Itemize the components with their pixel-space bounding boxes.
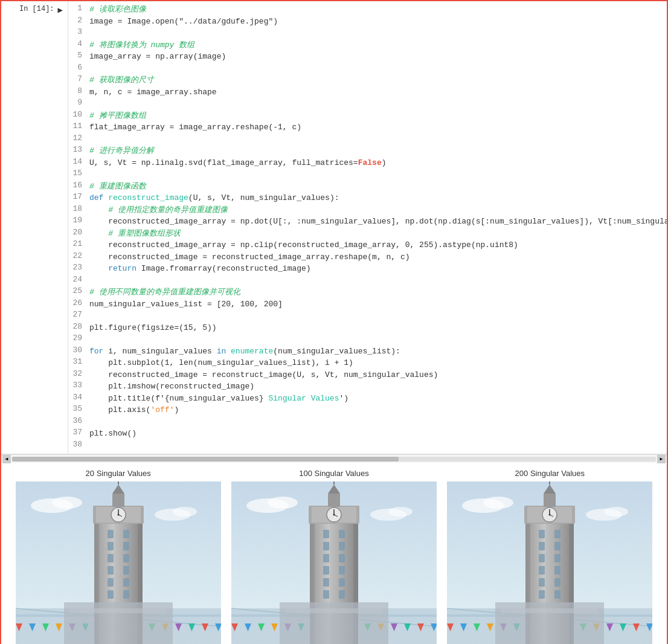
line-content: num_singular_values_list = [20, 100, 200… [89,298,667,311]
line-content: # 读取彩色图像 [89,4,667,16]
code-line: 10# 摊平图像数组 [68,110,667,122]
svg-rect-130 [554,530,560,538]
svg-point-55 [388,507,413,517]
code-line: 27 [68,310,667,322]
line-number: 38 [68,440,89,452]
horizontal-scrollbar[interactable]: ◀ ▶ [1,454,667,463]
line-number: 35 [68,404,89,416]
line-content: plt.title(f'{num_singular_values} Singul… [89,393,667,405]
line-number: 9 [68,98,89,110]
line-number: 33 [68,381,89,393]
code-line: 15 [68,169,667,181]
svg-rect-85 [339,566,345,575]
svg-rect-33 [108,566,114,575]
code-line: 29 [68,333,667,346]
code-line: 9 [68,98,667,110]
line-number: 19 [68,216,89,228]
line-content: def reconstruct_image(U, s, Vt, num_sing… [89,192,667,204]
line-content: # 将图像转换为 numpy 数组 [89,39,667,51]
line-content: # 重塑图像数组形状 [89,228,667,240]
svg-rect-84 [323,566,329,575]
line-number: 15 [68,169,89,181]
line-number: 14 [68,157,89,169]
tower-image [231,481,437,644]
code-line: 35 plt.axis('off') [68,404,667,416]
svg-rect-132 [554,542,560,550]
line-content: # 使用指定数量的奇异值重建图像 [89,204,667,216]
svg-rect-138 [554,578,560,587]
scroll-track[interactable] [12,457,656,462]
svg-rect-135 [539,566,545,575]
code-line: 38 [68,440,667,452]
line-number: 22 [68,251,89,263]
code-line: 2image = Image.open("../data/gdufe.jpeg"… [68,16,667,28]
line-number: 11 [68,121,89,134]
svg-rect-34 [123,566,129,575]
code-line: 23 return Image.fromarray(reconstructed_… [68,263,667,275]
line-content: reconstructed_image = reconstruct_image(… [89,369,667,381]
svg-rect-89 [339,590,345,599]
panel-title: 100 Singular Values [299,469,368,478]
line-number: 25 [68,286,89,298]
svg-rect-136 [554,566,560,575]
line-number: 5 [68,51,89,63]
line-number: 23 [68,263,89,275]
line-number: 30 [68,346,89,358]
line-number: 21 [68,239,89,251]
code-line: 17def reconstruct_image(U, s, Vt, num_si… [68,192,667,204]
line-content: return Image.fromarray(reconstructed_ima… [89,263,667,275]
line-number: 37 [68,428,89,440]
line-number: 18 [68,204,89,216]
svg-rect-32 [123,554,129,562]
cell-label: In [14]: [19,5,54,13]
code-line: 8m, n, c = image_array.shape [68,86,667,98]
code-line: 19 reconstructed_image_array = np.dot(U[… [68,216,667,228]
line-number: 8 [68,86,89,98]
svg-rect-80 [323,542,329,550]
svg-rect-101 [286,608,382,613]
line-number: 36 [68,416,89,428]
svg-point-2 [52,497,82,509]
line-content: plt.subplot(1, len(num_singular_values_l… [89,357,667,369]
code-line: 18 # 使用指定数量的奇异值重建图像 [68,204,667,216]
svg-rect-139 [539,590,545,599]
svg-rect-37 [108,590,114,599]
run-button[interactable]: ▶ [58,5,63,15]
line-content: # 获取图像的尺寸 [89,74,667,86]
line-content: reconstructed_image_array = np.dot(U[:, … [89,216,667,228]
svg-point-106 [604,507,628,517]
line-number: 7 [68,74,89,86]
svg-rect-148 [544,494,556,507]
code-line: 33 plt.imshow(reconstructed_image) [68,381,667,393]
line-content [89,27,667,39]
line-number: 2 [68,16,89,28]
svg-rect-50 [70,608,167,613]
scroll-thumb[interactable] [12,457,399,462]
svg-rect-29 [108,542,114,550]
svg-rect-30 [123,542,129,550]
line-content: image_array = np.array(image) [89,51,667,63]
code-line: 16# 重建图像函数 [68,181,667,193]
output-area: 20 Singular Values [1,463,667,644]
line-content: plt.imshow(reconstructed_image) [89,381,667,393]
svg-point-104 [483,497,513,509]
code-line: 21 reconstructed_image_array = np.clip(r… [68,239,667,251]
scroll-right-button[interactable]: ▶ [657,455,666,463]
svg-rect-97 [328,494,340,507]
code-line: 14U, s, Vt = np.linalg.svd(flat_image_ar… [68,157,667,169]
tower-image: CSDN @卡林神坏不是猫 [447,481,652,644]
image-panel: 20 Singular Values [16,469,221,644]
line-number: 26 [68,298,89,311]
code-line: 31 plt.subplot(1, len(num_singular_value… [68,357,667,369]
code-editor: 1# 读取彩色图像2image = Image.open("../data/gd… [68,1,667,454]
line-number: 17 [68,192,89,204]
svg-rect-35 [108,578,114,587]
svg-rect-133 [539,554,545,562]
svg-rect-38 [123,590,129,599]
svg-rect-152 [501,608,598,613]
svg-point-53 [268,497,298,509]
line-number: 32 [68,369,89,381]
scroll-left-button[interactable]: ◀ [2,455,11,463]
image-panel: 100 Singular Values [231,469,437,644]
code-line: 24 [68,275,667,287]
